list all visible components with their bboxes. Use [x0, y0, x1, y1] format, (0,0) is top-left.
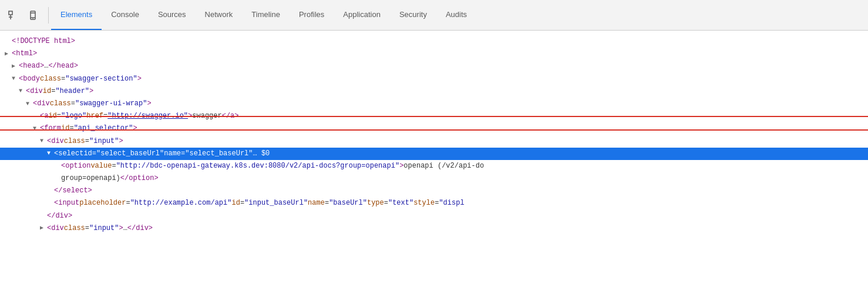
dom-line-div-input[interactable]: <div class="input"> [0, 135, 868, 148]
triangle-div-input2[interactable] [40, 224, 46, 233]
div-input2-close: </div> [127, 223, 153, 234]
head-close-tag: </head> [48, 61, 78, 72]
dom-line-form[interactable]: <form id="api_selector"> [0, 122, 868, 135]
div-header-id-value: "header" [55, 86, 89, 97]
inspect-element-icon[interactable] [5, 7, 21, 24]
tab-console[interactable]: Console [102, 0, 149, 30]
head-tag: <head> [19, 61, 44, 72]
option-close: </option> [120, 173, 159, 184]
input-style-val: "displ [439, 198, 464, 209]
swagger-wrap-bracket: > [147, 98, 151, 109]
div-input2-class-val: "input" [89, 223, 119, 234]
form-bracket: > [133, 123, 137, 134]
anchor-open: <a [40, 111, 48, 122]
triangle-select[interactable] [47, 149, 53, 158]
dom-line-select[interactable]: <select id="select_baseUrl" name="select… [0, 148, 868, 160]
form-open: <form [40, 123, 61, 134]
svg-point-6 [32, 18, 33, 18]
head-ellipsis: … [44, 61, 48, 72]
option-cont-text: group=openapi) [61, 173, 120, 184]
div-input-class: class [64, 136, 85, 147]
tab-profiles[interactable]: Profiles [290, 0, 334, 30]
dom-line-doctype[interactable]: <!DOCTYPE html> [0, 35, 868, 48]
form-id: id [61, 123, 69, 134]
input-type-val: "text" [388, 198, 413, 209]
select-name-attr: name [164, 148, 181, 159]
input-placeholder-val: "http://example.com/api" [130, 198, 232, 209]
select-ellipsis: … $0 [253, 148, 270, 159]
select-id-value: "select_baseUrl" [96, 148, 164, 159]
toolbar-icons [5, 7, 49, 24]
anchor-close: </a> [222, 111, 239, 122]
input-style-attr: style [413, 198, 435, 209]
swagger-wrap-class-value: "swagger-ui-wrap" [75, 98, 147, 109]
div-header-id: id [43, 86, 51, 97]
triangle-div-header[interactable] [19, 86, 25, 96]
triangle-form[interactable] [33, 124, 39, 134]
input-id-attr: id [231, 198, 240, 209]
div-input2-ellipsis: … [123, 223, 127, 234]
div-input2-bracket: > [119, 223, 123, 234]
dom-line-div-close[interactable]: </div> [0, 210, 868, 222]
tab-application[interactable]: Application [334, 0, 390, 30]
dom-line-option-cont[interactable]: group=openapi)</option> [0, 172, 868, 185]
triangle-html[interactable] [5, 49, 11, 59]
select-name-value: "select_baseUrl" [185, 148, 253, 159]
dom-line-select-close[interactable]: </select> [0, 185, 868, 197]
tab-timeline[interactable]: Timeline [242, 0, 290, 30]
input-type-attr: type [367, 198, 384, 209]
dom-line-option[interactable]: <option value="http://bdc-openapi-gatewa… [0, 160, 868, 172]
div-header-open: <div [26, 86, 43, 97]
tab-security[interactable]: Security [390, 0, 436, 30]
doctype-text: <!DOCTYPE html> [12, 36, 75, 47]
tab-audits[interactable]: Audits [436, 0, 476, 30]
triangle-swagger-wrap[interactable] [26, 99, 32, 109]
triangle-div-input[interactable] [40, 136, 46, 146]
dom-line-head[interactable]: <head>…</head> [0, 60, 868, 72]
anchor-href: href [86, 111, 103, 122]
select-id-attr: id [83, 148, 92, 159]
div-input-open: <div [47, 136, 64, 147]
div-input-class-value: "input" [89, 136, 119, 147]
div-input2-class: class [64, 223, 85, 234]
triangle-body[interactable] [12, 74, 18, 84]
anchor-text: swagger [192, 111, 221, 122]
form-id-value: "api_selector" [74, 123, 133, 134]
tab-network[interactable]: Network [196, 0, 243, 30]
triangle-head[interactable] [12, 62, 18, 71]
anchor-id: id [48, 111, 56, 122]
swagger-wrap-open: <div [33, 98, 50, 109]
mobile-device-icon[interactable] [25, 7, 41, 24]
option-value-val: "http://bdc-openapi-gateway.k8s.dev:8080… [116, 161, 399, 172]
dom-line-div-header[interactable]: <div id="header"> [0, 85, 868, 98]
dom-line-anchor[interactable]: <a id="logo" href="http://swagger.io">sw… [0, 110, 868, 122]
dom-line-input-element[interactable]: <input placeholder="http://example.com/a… [0, 197, 868, 209]
dom-content: <!DOCTYPE html> <html> <head>…</head> <b… [0, 35, 868, 235]
dom-line-html[interactable]: <html> [0, 48, 868, 60]
option-open: <option [61, 161, 90, 172]
dom-line-swagger-wrap[interactable]: <div class="swagger-ui-wrap"> [0, 98, 868, 110]
body-class-attr: class [40, 74, 61, 85]
input-name-val: "baseUrl" [329, 198, 367, 209]
tab-list: Elements Console Sources Network Timelin… [51, 0, 476, 30]
tab-sources[interactable]: Sources [149, 0, 196, 30]
body-open: <body [19, 74, 40, 85]
input-el-open: <input [54, 198, 79, 209]
input-name-attr: name [308, 198, 325, 209]
body-close-bracket: > [137, 74, 142, 85]
svg-rect-0 [9, 11, 12, 15]
option-value-attr: value [90, 161, 112, 172]
dom-line-body[interactable]: <body class="swagger-section"> [0, 73, 868, 85]
option-bracket: > [399, 161, 403, 172]
devtools-toolbar: Elements Console Sources Network Timelin… [0, 0, 868, 31]
dom-line-div-input2[interactable]: <div class="input">…</div> [0, 222, 868, 235]
div-input2-open: <div [47, 223, 64, 234]
swagger-wrap-class: class [50, 98, 71, 109]
input-placeholder-attr: placeholder [79, 198, 126, 209]
html-tag: <html> [12, 48, 37, 59]
option-text: openapi (/v2/api-do [403, 161, 484, 172]
dom-panel: <!DOCTYPE html> <html> <head>…</head> <b… [0, 31, 868, 300]
div-close-tag: </div> [47, 211, 72, 222]
tab-elements[interactable]: Elements [51, 0, 102, 30]
anchor-href-value: "http://swagger.io" [107, 111, 188, 122]
